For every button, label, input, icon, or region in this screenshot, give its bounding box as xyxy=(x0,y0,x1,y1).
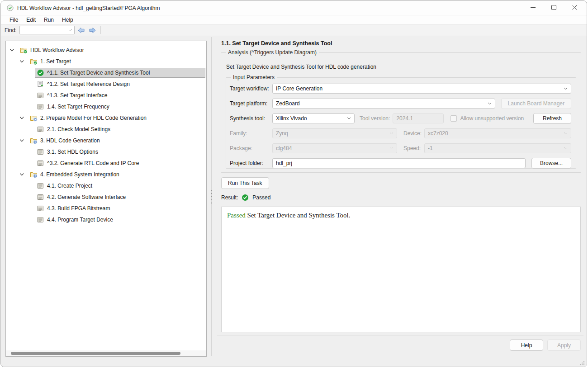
tree-item[interactable]: 3.1. Set HDL Options xyxy=(6,146,206,157)
allow-unsupported-checkbox[interactable] xyxy=(450,115,457,122)
combo-value: xc7z020 xyxy=(428,130,448,137)
tree-item[interactable]: 4.2. Generate Software Interface xyxy=(6,191,206,203)
chevron-down-icon xyxy=(564,147,568,150)
folder-gear-icon xyxy=(30,171,38,178)
resize-grip-icon[interactable] xyxy=(580,360,584,365)
tree-item[interactable]: ^1.1. Set Target Device and Synthesis To… xyxy=(6,67,206,78)
help-button[interactable]: Help xyxy=(510,340,543,351)
project-folder-input[interactable] xyxy=(272,158,526,168)
find-next-button[interactable] xyxy=(88,27,96,33)
tree-item[interactable]: 2. Prepare Model For HDL Code Generation xyxy=(6,112,206,123)
chevron-down-icon[interactable] xyxy=(9,48,18,52)
analysis-groupbox: Analysis (^Triggers Update Diagram) Set … xyxy=(221,52,581,173)
combo-value: Zynq xyxy=(276,130,288,137)
chevron-down-icon[interactable] xyxy=(19,172,28,177)
tree-item[interactable]: 3. HDL Code Generation xyxy=(6,135,206,146)
menu-run[interactable]: Run xyxy=(40,15,58,24)
maximize-button[interactable] xyxy=(543,1,564,15)
device-combobox[interactable]: xc7z020 xyxy=(424,128,571,138)
combo-value: ZedBoard xyxy=(276,100,300,107)
chevron-down-icon xyxy=(564,87,568,90)
synthesis-tool-combobox[interactable]: Xilinx Vivado xyxy=(272,113,355,123)
input-parameters-groupbox: Input Parameters Target workflow: IP Cor… xyxy=(226,77,576,169)
package-combobox[interactable]: clg484 xyxy=(272,143,397,153)
task-icon xyxy=(37,160,44,167)
find-combobox[interactable] xyxy=(19,26,75,34)
splitter-handle[interactable] xyxy=(210,190,212,204)
tree-item[interactable]: 4.3. Build FPGA Bitstream xyxy=(6,203,206,214)
menu-bar: File Edit Run Help xyxy=(1,15,587,24)
tree-item[interactable]: ^1.3. Set Target Interface xyxy=(6,90,206,101)
launch-board-manager-button[interactable]: Launch Board Manager xyxy=(501,98,571,109)
task-icon xyxy=(37,126,44,133)
tree-horizontal-scrollbar[interactable] xyxy=(6,350,206,356)
task-icon xyxy=(37,92,44,99)
footer-bar: Help Apply xyxy=(217,335,583,367)
combo-value: clg484 xyxy=(276,145,292,151)
refresh-button[interactable]: Refresh xyxy=(533,113,571,124)
package-label: Package: xyxy=(230,145,270,151)
workflow-tree: HDL Workflow Advisor 1. Set Target ^1.1.… xyxy=(6,41,206,225)
menu-edit[interactable]: Edit xyxy=(22,15,40,24)
task-export-icon xyxy=(37,80,44,88)
chevron-down-icon[interactable] xyxy=(68,29,72,32)
folder-check-icon xyxy=(30,58,38,65)
browse-button[interactable]: Browse... xyxy=(531,158,571,169)
toolbar-separator xyxy=(100,26,101,34)
chevron-down-icon[interactable] xyxy=(19,138,28,143)
chevron-down-icon xyxy=(389,132,394,135)
tool-version-field[interactable] xyxy=(393,113,444,123)
title-bar: HDL Workflow Advisor - hdl_gettingStarte… xyxy=(1,1,587,15)
tree-item[interactable]: 4.4. Program Target Device xyxy=(6,214,206,225)
speed-label: Speed: xyxy=(403,145,421,151)
task-icon xyxy=(37,148,44,156)
tree-item[interactable]: 4.1. Create Project xyxy=(6,180,206,191)
apply-button[interactable]: Apply xyxy=(547,340,581,351)
passed-circle-icon xyxy=(242,194,249,201)
result-status: Passed xyxy=(252,194,270,201)
minimize-button[interactable] xyxy=(522,1,543,15)
project-folder-label: Project folder: xyxy=(230,160,270,166)
folder-gear-icon xyxy=(30,114,38,122)
task-panel: 1.1. Set Target Device and Synthesis Too… xyxy=(217,39,583,367)
target-platform-label: Target platform: xyxy=(230,100,270,107)
main-content: HDL Workflow Advisor 1. Set Target ^1.1.… xyxy=(1,36,587,367)
maximize-icon xyxy=(551,5,556,11)
minimize-icon xyxy=(531,5,536,11)
combo-value: Xilinx Vivado xyxy=(276,115,307,122)
close-icon xyxy=(572,5,577,11)
find-toolbar: Find: xyxy=(1,24,587,36)
tree-item[interactable]: 1.4. Set Target Frequency xyxy=(6,101,206,112)
task-icon xyxy=(37,193,44,201)
family-label: Family: xyxy=(230,130,270,137)
close-button[interactable] xyxy=(564,1,585,15)
result-message-status: Passed xyxy=(227,212,246,219)
run-this-task-button[interactable]: Run This Task xyxy=(221,177,269,189)
target-workflow-combobox[interactable]: IP Core Generation xyxy=(272,84,571,94)
task-description: Set Target Device and Synthesis Tool for… xyxy=(226,64,576,70)
chevron-down-icon xyxy=(564,132,568,135)
result-label: Result: xyxy=(221,194,238,201)
menu-help[interactable]: Help xyxy=(58,15,77,24)
tree-item[interactable]: ^1.2. Set Target Reference Design xyxy=(6,78,206,90)
tree-item[interactable]: HDL Workflow Advisor xyxy=(6,44,206,56)
tree-item[interactable]: 4. Embedded System Integration xyxy=(6,169,206,180)
tree-panel: HDL Workflow Advisor 1. Set Target ^1.1.… xyxy=(5,41,207,357)
speed-combobox[interactable]: -1 xyxy=(424,143,571,153)
menu-file[interactable]: File xyxy=(5,15,22,24)
target-platform-combobox[interactable]: ZedBoard xyxy=(272,99,495,109)
tree-item[interactable]: 1. Set Target xyxy=(6,56,206,67)
task-icon xyxy=(37,205,44,212)
find-input[interactable] xyxy=(20,27,68,33)
chevron-down-icon[interactable] xyxy=(19,116,28,120)
chevron-down-icon[interactable] xyxy=(19,59,28,64)
combo-value: IP Core Generation xyxy=(276,85,322,92)
tree-item[interactable]: ^3.2. Generate RTL Code and IP Core xyxy=(6,157,206,169)
find-label: Find: xyxy=(5,27,17,33)
tree-item[interactable]: 2.1. Check Model Settings xyxy=(6,123,206,135)
family-combobox[interactable]: Zynq xyxy=(272,128,397,138)
scrollbar-thumb[interactable] xyxy=(11,352,180,355)
find-previous-button[interactable] xyxy=(77,27,85,33)
chevron-down-icon xyxy=(347,117,351,120)
allow-unsupported-label: Allow unsupported version xyxy=(460,115,524,122)
